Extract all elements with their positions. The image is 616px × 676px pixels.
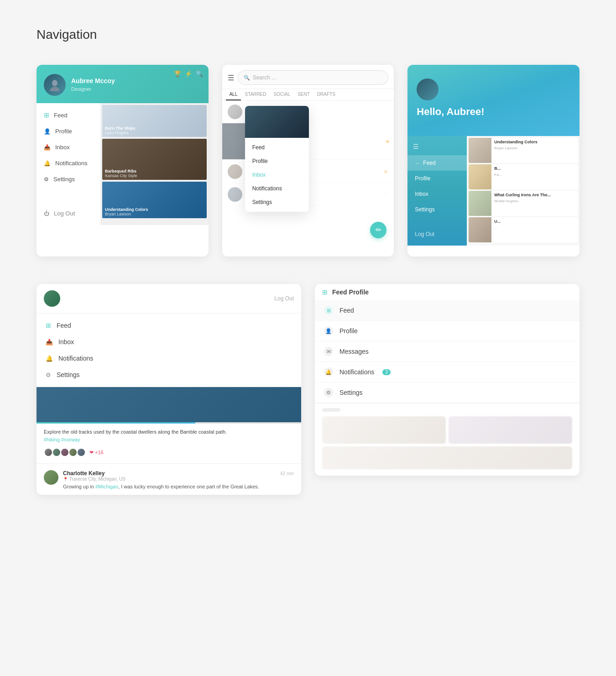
feed-image-3: Understanding ColorsBryan Lawson: [102, 182, 207, 218]
mock1-content: Feed 👤 Profile 📥 Inbox 🔔 Notifications ⚙…: [37, 103, 209, 225]
sidebar-item-profile[interactable]: 👤 Profile: [37, 123, 100, 139]
nav-item-profile[interactable]: Profile: [407, 171, 467, 186]
hamburger-icon[interactable]: ☰: [228, 73, 234, 82]
inbox-icon: 📥: [44, 144, 51, 151]
hashtag-michigan[interactable]: #Michigan: [95, 484, 118, 489]
feed-card-4[interactable]: U... ...: [469, 217, 578, 242]
blurred-card-2: [449, 416, 572, 444]
dropdown-item-inbox[interactable]: Inbox: [245, 168, 309, 182]
grid-icon: ⊞: [322, 288, 328, 296]
feed-card-3[interactable]: What Curling Irons Are The... Mullali Hu…: [469, 191, 578, 216]
sliders-icon[interactable]: ⚡: [185, 70, 192, 77]
location-icon: 📍: [63, 477, 68, 482]
nav-dropdown: Feed Profile Inbox Notifications Setting…: [245, 106, 309, 212]
nav-item-settings[interactable]: ⚙ Settings: [37, 367, 301, 383]
dropdown-item-feed[interactable]: Feed: [245, 141, 309, 154]
tab-social[interactable]: SOCIAL: [270, 89, 294, 100]
mockup-2-search-dropdown: ☰ 🔍 Search ... ALL STARRED SOCIAL SENT D…: [222, 65, 394, 257]
feed-image-2: Barbequed RibsKansas City Style: [102, 139, 207, 180]
mock3-greeting: Hello, Aubree!: [417, 106, 570, 118]
sidebar-item-logout[interactable]: ⏻ Log Out: [37, 205, 100, 221]
notification-badge: 3: [382, 369, 391, 375]
star-icon[interactable]: ☆: [383, 109, 388, 115]
nav-item-feed[interactable]: Feed: [37, 317, 301, 334]
like-avatar-5: [77, 448, 86, 457]
tab-starred[interactable]: STARRED: [241, 89, 270, 100]
nav-item-settings[interactable]: ⚙ Settings: [315, 383, 579, 403]
hamburger-icon: ☰: [413, 143, 419, 150]
compose-button[interactable]: ✏: [370, 222, 386, 238]
nav-item-profile[interactable]: 👤 Profile: [315, 321, 579, 341]
sidebar-item-settings[interactable]: ⚙ Settings: [37, 171, 100, 187]
blurred-card-1: [322, 416, 446, 444]
mock1-right-content: Burn The ShipsLeen Rogers Barbequed Ribs…: [100, 103, 209, 225]
mock3-user-avatar: [417, 79, 439, 100]
gear-icon: ⚙: [44, 176, 49, 183]
nav-label-settings: Settings: [57, 371, 80, 378]
star-icon[interactable]: ★: [383, 168, 388, 175]
trophy-icon[interactable]: 🏆: [174, 70, 181, 77]
nav-item-inbox[interactable]: 📥 Inbox: [37, 334, 301, 350]
nav-item-notifications[interactable]: 🔔 Notifications: [37, 350, 301, 367]
sidebar-label-feed: Feed: [54, 112, 68, 119]
feed-card-2[interactable]: B... Ka...: [469, 164, 578, 189]
nav-item-feed[interactable]: ⊞ Feed: [315, 300, 579, 321]
nav-item-notifications[interactable]: 🔔 Notifications 3: [315, 362, 579, 383]
star-icon[interactable]: ☆: [383, 191, 388, 198]
nav-item-settings[interactable]: Settings: [407, 202, 467, 217]
svg-point-0: [52, 80, 57, 86]
mock4-user-avatar: [44, 290, 60, 307]
inbox-icon: 📥: [46, 339, 53, 346]
feed-item-title-3: Understanding ColorsBryan Lawson: [105, 207, 148, 216]
sidebar-label-logout: Log Out: [54, 210, 75, 217]
dropdown-item-notifications[interactable]: Notifications: [245, 182, 309, 195]
nav-item-messages[interactable]: ✉ Messages: [315, 341, 579, 362]
like-avatar-3: [60, 448, 69, 457]
tab-drafts[interactable]: DRAFTS: [313, 89, 339, 100]
sidebar-label-settings: Settings: [53, 176, 75, 183]
tab-all[interactable]: ALL: [226, 89, 241, 100]
gear-icon: ⚙: [46, 372, 51, 378]
nav-label-messages: Messages: [339, 348, 369, 355]
mock1-header: Aubree Mccoy Designer 🏆 ⚡ 🔍: [37, 65, 209, 103]
arrow-icon: →: [415, 161, 419, 166]
mock5-header: ⊞ Feed Profile: [315, 284, 579, 300]
gear-icon: ⚙: [324, 388, 333, 397]
mock1-user-avatar: [44, 74, 66, 96]
nav-label-settings: Settings: [415, 206, 434, 213]
blurred-card-wide: [322, 446, 572, 469]
nav-item-feed[interactable]: → Feed: [407, 155, 467, 171]
nav-label-notifications: Notifications: [339, 368, 374, 376]
nav-item-inbox[interactable]: Inbox: [407, 186, 467, 202]
search-icon[interactable]: 🔍: [196, 70, 203, 77]
dropdown-item-profile[interactable]: Profile: [245, 154, 309, 168]
card-title-1: Understanding Colors: [494, 140, 575, 145]
nav-label-feed: Feed: [57, 322, 71, 329]
mock3-hamburger[interactable]: ☰: [407, 140, 467, 153]
sidebar-item-inbox[interactable]: 📥 Inbox: [37, 139, 100, 155]
nav-label-feed: Feed: [423, 160, 435, 166]
mock4-logout-label[interactable]: Log Out: [274, 295, 294, 302]
nav-item-logout[interactable]: Log Out: [407, 226, 467, 242]
mock2-header: ☰ 🔍 Search ...: [222, 65, 394, 89]
card-image-1: [469, 138, 491, 163]
mock1-header-icons: 🏆 ⚡ 🔍: [174, 70, 203, 77]
nav-label-logout: Log Out: [415, 231, 434, 237]
search-placeholder-text: Search ...: [253, 74, 276, 81]
comment-item: Charlotte Kelley 42 min 📍 Traverse City,…: [37, 466, 301, 495]
feed-card-1[interactable]: Understanding Colors Bryan Lawson: [469, 138, 578, 163]
tab-sent[interactable]: SENT: [294, 89, 313, 100]
avatar: [222, 123, 245, 160]
mock1-user-name: Aubree Mccoy: [71, 77, 115, 84]
dropdown-item-settings[interactable]: Settings: [245, 195, 309, 209]
envelope-icon: ✉: [324, 347, 333, 356]
sidebar-item-notifications[interactable]: 🔔 Notifications: [37, 155, 100, 171]
sidebar-item-feed[interactable]: Feed: [37, 107, 100, 123]
star-icon[interactable]: ★: [381, 135, 394, 148]
nav-label-feed: Feed: [339, 307, 354, 314]
avatar: [228, 187, 242, 202]
mock3-content: ☰ → Feed Profile Inbox Settings Log Out: [407, 136, 579, 246]
bell-icon: 🔔: [324, 367, 333, 377]
divider: [37, 463, 301, 464]
search-bar[interactable]: 🔍 Search ...: [238, 70, 389, 85]
